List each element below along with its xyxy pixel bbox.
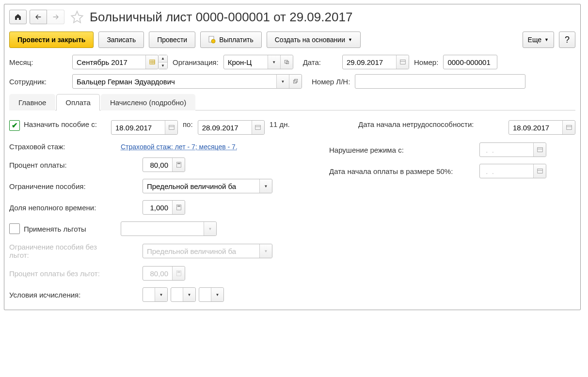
svg-rect-18 xyxy=(537,169,542,173)
calculator-icon xyxy=(176,162,182,168)
svg-rect-5 xyxy=(400,60,405,64)
employee-value[interactable] xyxy=(73,75,276,88)
employee-input[interactable]: ▼ xyxy=(72,74,302,89)
create-based-button[interactable]: Создать на основании ▼ xyxy=(267,31,361,48)
help-button[interactable]: ? xyxy=(559,31,575,48)
benefits-input[interactable]: ▼ xyxy=(121,221,217,236)
arrow-left-icon xyxy=(34,13,42,21)
openext-icon xyxy=(293,79,299,84)
calendar-button[interactable] xyxy=(533,143,546,157)
spin-down[interactable]: ▼ xyxy=(159,63,167,69)
stazh-link[interactable]: Страховой стаж: лет - 7; месяцев - 7. xyxy=(121,143,238,151)
svg-point-1 xyxy=(211,39,215,43)
dropdown-button[interactable]: ▼ xyxy=(183,288,195,301)
limit-input[interactable]: ▼ xyxy=(143,179,272,193)
condition3-input[interactable]: ▼ xyxy=(199,287,224,302)
home-icon xyxy=(14,13,22,21)
limit-no-ben-label: Ограничение пособия без льгот: xyxy=(9,243,116,259)
calc-button[interactable] xyxy=(172,201,185,214)
tab-accrued[interactable]: Начислено (подробно) xyxy=(101,94,195,110)
svg-rect-6 xyxy=(293,80,296,83)
limit-value[interactable] xyxy=(143,179,259,193)
benefits-label: Применять льготы xyxy=(24,225,86,233)
create-based-label: Создать на основании xyxy=(275,36,345,44)
tab-payment[interactable]: Оплата xyxy=(56,94,100,110)
date-from-input[interactable] xyxy=(111,120,178,135)
back-button[interactable] xyxy=(30,10,47,24)
calendar-button[interactable] xyxy=(252,121,264,134)
svg-rect-14 xyxy=(177,205,180,206)
half-pay-input[interactable] xyxy=(479,164,546,178)
violation-value[interactable] xyxy=(480,143,533,157)
calendar-icon xyxy=(169,125,175,130)
pay-button[interactable]: Выплатить xyxy=(200,31,262,48)
ln-value[interactable] xyxy=(355,75,525,88)
svg-rect-7 xyxy=(294,79,297,82)
chevron-down-icon: ▼ xyxy=(281,79,285,84)
grid-icon xyxy=(149,59,155,65)
svg-rect-8 xyxy=(169,126,174,130)
dropdown-button[interactable]: ▼ xyxy=(204,222,216,236)
date-to-input[interactable] xyxy=(198,120,265,135)
dropdown-button: ▼ xyxy=(259,244,272,258)
stazh-label: Страховой стаж: xyxy=(9,142,116,151)
more-button[interactable]: Еще ▼ xyxy=(523,31,554,48)
home-button[interactable] xyxy=(9,10,27,24)
tab-main[interactable]: Главное xyxy=(9,94,55,110)
number-value[interactable] xyxy=(444,55,497,69)
dropdown-button[interactable]: ▼ xyxy=(268,55,280,69)
percent-value[interactable] xyxy=(143,158,172,172)
favorite-button[interactable] xyxy=(69,9,85,25)
post-close-button[interactable]: Провести и закрыть xyxy=(9,31,94,48)
date-to-value[interactable] xyxy=(198,121,252,134)
calc-button[interactable] xyxy=(172,158,185,172)
chevron-down-icon: ▼ xyxy=(272,60,276,64)
date-input[interactable] xyxy=(342,55,409,69)
disability-start-input[interactable] xyxy=(509,120,575,135)
date-from-value[interactable] xyxy=(111,121,165,134)
dropdown-button[interactable]: ▼ xyxy=(155,288,167,301)
dropdown-button[interactable]: ▼ xyxy=(259,179,272,193)
more-label: Еще xyxy=(528,36,542,44)
pay-label: Выплатить xyxy=(219,36,254,44)
dropdown-button[interactable]: ▼ xyxy=(211,288,223,301)
half-pay-value[interactable] xyxy=(480,164,533,178)
percent-input[interactable] xyxy=(143,157,185,172)
svg-rect-9 xyxy=(255,126,261,130)
calendar-button[interactable] xyxy=(533,164,546,178)
violation-input[interactable] xyxy=(479,142,546,157)
org-input[interactable]: ▼ xyxy=(223,55,293,69)
disability-start-label: Дата начала нетрудоспособности: xyxy=(358,120,504,128)
share-input[interactable] xyxy=(143,200,185,215)
org-label: Организация: xyxy=(173,58,219,66)
open-button[interactable] xyxy=(280,55,293,69)
month-spinner[interactable]: ▲ ▼ xyxy=(158,55,168,69)
benefits-value[interactable] xyxy=(121,222,204,236)
share-value[interactable] xyxy=(143,201,172,214)
calendar-icon xyxy=(400,59,406,65)
month-value[interactable] xyxy=(73,55,145,69)
calendar-button[interactable] xyxy=(562,121,575,134)
org-value[interactable] xyxy=(224,55,268,69)
number-input[interactable] xyxy=(443,55,497,69)
month-input[interactable] xyxy=(72,55,159,69)
ln-input[interactable] xyxy=(355,74,525,89)
post-button[interactable]: Провести xyxy=(149,31,195,48)
svg-rect-10 xyxy=(566,126,572,130)
date-value[interactable] xyxy=(343,55,396,69)
disability-start-value[interactable] xyxy=(509,121,562,134)
percent-label: Процент оплаты: xyxy=(9,161,116,169)
condition2-input[interactable]: ▼ xyxy=(171,287,196,302)
date-label: Дата: xyxy=(303,58,321,66)
benefits-checkbox[interactable] xyxy=(9,223,20,234)
spin-up[interactable]: ▲ xyxy=(159,55,167,63)
calendar-button[interactable] xyxy=(145,55,158,69)
dropdown-button[interactable]: ▼ xyxy=(276,75,289,88)
condition1-input[interactable]: ▼ xyxy=(143,287,168,302)
svg-rect-12 xyxy=(177,163,180,164)
save-button[interactable]: Записать xyxy=(98,31,144,48)
calendar-button[interactable] xyxy=(396,55,409,69)
open-button[interactable] xyxy=(289,75,302,88)
calendar-button[interactable] xyxy=(165,121,177,134)
assign-checkbox[interactable] xyxy=(9,120,20,131)
